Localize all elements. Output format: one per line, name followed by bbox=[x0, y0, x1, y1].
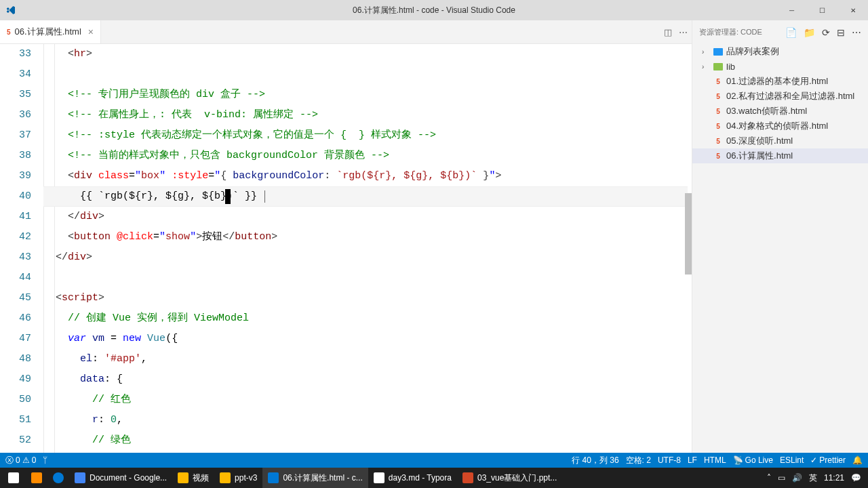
tree-item[interactable]: ›504.对象格式的侦听器.html bbox=[692, 119, 868, 134]
collapse-icon[interactable]: ⊟ bbox=[837, 27, 845, 38]
tree-item-label: 02.私有过滤器和全局过滤器.html bbox=[726, 90, 854, 102]
taskbar-app[interactable]: 03_vue基础入门.ppt... bbox=[457, 468, 562, 488]
windows-taskbar: Document - Google...视频ppt-v306.计算属性.html… bbox=[0, 468, 868, 488]
taskbar-app-label: day3.md - Typora bbox=[389, 473, 452, 483]
app-icon bbox=[462, 472, 473, 483]
tray-ime[interactable]: 英 bbox=[809, 472, 817, 484]
tray-time[interactable]: 11:21 bbox=[824, 473, 844, 483]
code-content[interactable]: <hr> <!-- 专门用户呈现颜色的 div 盒子 --> <!-- 在属性身… bbox=[43, 44, 692, 453]
tree-item[interactable]: ›品牌列表案例 bbox=[692, 44, 868, 59]
app-icon bbox=[268, 472, 279, 483]
tab-active[interactable]: 5 06.计算属性.html × bbox=[0, 20, 101, 43]
html5-icon: 5 bbox=[713, 136, 724, 146]
refresh-icon[interactable]: ⟳ bbox=[822, 27, 830, 38]
taskbar-app-label: 视频 bbox=[193, 472, 209, 484]
editor-area: 5 06.计算属性.html × ◫ ⋯ 3334353637383940414… bbox=[0, 20, 692, 453]
chevron-right-icon: › bbox=[702, 63, 710, 70]
tree-item-label: 05.深度侦听.html bbox=[726, 135, 793, 147]
taskbar-app[interactable]: 视频 bbox=[172, 468, 214, 488]
split-editor-icon[interactable]: ◫ bbox=[664, 27, 672, 37]
tree-item[interactable]: ›501.过滤器的基本使用.html bbox=[692, 74, 868, 89]
status-prettier[interactable]: ✓ Prettier bbox=[810, 455, 846, 465]
status-eol[interactable]: LF bbox=[688, 455, 697, 465]
tray-chevron-icon[interactable]: ˄ bbox=[767, 473, 771, 483]
status-golive[interactable]: 📡 Go Live bbox=[733, 455, 773, 465]
main: 5 06.计算属性.html × ◫ ⋯ 3334353637383940414… bbox=[0, 20, 868, 453]
window-title: 06.计算属性.html - code - Visual Studio Code bbox=[353, 5, 515, 16]
tree-item-label: lib bbox=[726, 62, 735, 72]
tray-volume-icon[interactable]: 🔊 bbox=[792, 473, 802, 483]
taskbar-app-label: ppt-v3 bbox=[235, 473, 257, 483]
taskbar-app[interactable]: Document - Google... bbox=[69, 468, 172, 488]
status-encoding[interactable]: UTF-8 bbox=[658, 455, 681, 465]
html5-icon: 5 bbox=[713, 91, 724, 102]
line-number-gutter: 3334353637383940414243444546474849505152… bbox=[0, 44, 43, 453]
tab-label: 06.计算属性.html bbox=[15, 26, 81, 38]
tree-item[interactable]: ›503.watch侦听器.html bbox=[692, 104, 868, 119]
status-spaces[interactable]: 空格: 2 bbox=[626, 455, 651, 466]
maximize-button[interactable]: ☐ bbox=[807, 0, 837, 20]
tree-item[interactable]: ›506.计算属性.html bbox=[692, 148, 868, 163]
tree-item-label: 品牌列表案例 bbox=[726, 45, 779, 58]
taskbar-app[interactable]: 06.计算属性.html - c... bbox=[262, 468, 368, 488]
taskbar-app-label: Document - Google... bbox=[90, 473, 167, 483]
file-tree: ›品牌列表案例›lib›501.过滤器的基本使用.html›502.私有过滤器和… bbox=[692, 44, 868, 453]
status-line-col[interactable]: 行 40，列 36 bbox=[572, 455, 618, 466]
new-folder-icon[interactable]: 📁 bbox=[804, 27, 815, 38]
status-bar: ⓧ 0 ⚠ 0 ᛘ 行 40，列 36 空格: 2 UTF-8 LF HTML … bbox=[0, 453, 868, 468]
status-notifications-icon[interactable]: 🔔 bbox=[852, 455, 863, 465]
app-icon bbox=[178, 472, 189, 483]
tree-item-label: 01.过滤器的基本使用.html bbox=[726, 75, 828, 87]
taskbar-edge[interactable] bbox=[47, 468, 69, 488]
taskbar-app[interactable]: day3.md - Typora bbox=[368, 468, 457, 488]
tree-item[interactable]: ›502.私有过滤器和全局过滤器.html bbox=[692, 89, 868, 104]
html5-icon: 5 bbox=[713, 106, 724, 117]
html5-icon: 5 bbox=[713, 150, 724, 161]
more-actions-icon[interactable]: ⋯ bbox=[679, 27, 688, 37]
new-file-icon[interactable]: 📄 bbox=[785, 27, 797, 38]
app-icon bbox=[374, 472, 384, 483]
tree-item[interactable]: ›lib bbox=[692, 59, 868, 74]
status-ports[interactable]: ᛘ bbox=[43, 455, 47, 465]
app-icon bbox=[75, 472, 85, 483]
status-lang[interactable]: HTML bbox=[704, 455, 726, 465]
tree-item[interactable]: ›505.深度侦听.html bbox=[692, 134, 868, 148]
html5-icon: 5 bbox=[713, 76, 724, 87]
app-icon bbox=[220, 472, 231, 483]
status-problems[interactable]: ⓧ 0 ⚠ 0 bbox=[5, 455, 36, 466]
html5-icon: 5 bbox=[713, 121, 724, 131]
tree-item-label: 06.计算属性.html bbox=[726, 150, 793, 162]
taskbar-app[interactable]: ppt-v3 bbox=[214, 468, 262, 488]
explorer-title: 资源管理器: CODE bbox=[699, 27, 762, 37]
explorer-sidebar: 资源管理器: CODE 📄 📁 ⟳ ⊟ ⋯ ›品牌列表案例›lib›501.过滤… bbox=[692, 20, 868, 453]
folder-icon bbox=[713, 46, 724, 57]
title-bar: 06.计算属性.html - code - Visual Studio Code… bbox=[0, 0, 868, 20]
tray-notifications-icon[interactable]: 💬 bbox=[851, 473, 861, 483]
chevron-right-icon: › bbox=[702, 48, 710, 56]
taskbar-app-label: 03_vue基础入门.ppt... bbox=[477, 472, 557, 484]
start-button[interactable] bbox=[1, 468, 26, 488]
vscode-icon bbox=[5, 5, 16, 16]
html5-icon: 5 bbox=[7, 28, 11, 36]
more-icon[interactable]: ⋯ bbox=[852, 27, 861, 38]
minimize-button[interactable]: ─ bbox=[776, 0, 807, 20]
tray-network-icon[interactable]: ▭ bbox=[778, 473, 785, 483]
tab-close-icon[interactable]: × bbox=[88, 26, 94, 37]
tree-item-label: 03.watch侦听器.html bbox=[726, 105, 807, 117]
tab-bar: 5 06.计算属性.html × ◫ ⋯ bbox=[0, 20, 692, 44]
text-cursor bbox=[225, 189, 231, 204]
folder-icon bbox=[713, 61, 724, 72]
tree-item-label: 04.对象格式的侦听器.html bbox=[726, 120, 828, 132]
status-eslint[interactable]: ESLint bbox=[780, 455, 804, 465]
taskbar-app-label: 06.计算属性.html - c... bbox=[283, 472, 362, 484]
code-editor[interactable]: 3334353637383940414243444546474849505152… bbox=[0, 44, 692, 453]
taskbar-everything[interactable] bbox=[26, 468, 47, 488]
close-button[interactable]: ✕ bbox=[837, 0, 868, 20]
editor-scrollbar[interactable] bbox=[682, 44, 692, 453]
